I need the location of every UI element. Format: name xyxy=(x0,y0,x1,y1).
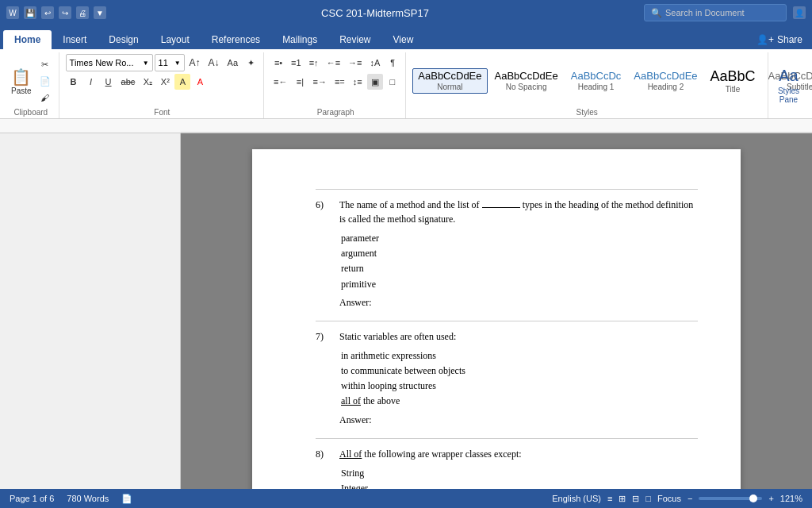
undo-icon[interactable]: ↩ xyxy=(41,6,54,19)
tab-layout[interactable]: Layout xyxy=(150,30,201,49)
increase-font-button[interactable]: A↑ xyxy=(186,55,204,71)
view-mode-icon1[interactable]: ≡ xyxy=(607,494,612,503)
zoom-plus[interactable]: + xyxy=(768,494,773,503)
paragraph-content: ≡• ≡1 ≡↑ ←≡ →≡ ↕A ¶ ≡← ≡| ≡→ ≡= ↕≡ ▣ □ xyxy=(270,54,400,108)
clear-format-button[interactable]: ✦ xyxy=(243,55,259,71)
style-normal[interactable]: AaBbCcDdEe Normal xyxy=(412,68,487,94)
change-case-button[interactable]: Aa xyxy=(224,55,241,71)
question-7: 7) Static variables are often used: in a… xyxy=(316,329,698,427)
search-icon: 🔍 xyxy=(651,8,662,18)
show-hide-button[interactable]: ¶ xyxy=(385,55,400,71)
question-8: 8) All of the following are wrapper clas… xyxy=(316,447,698,490)
tab-view[interactable]: View xyxy=(382,30,425,49)
subscript-button[interactable]: X₂ xyxy=(140,74,155,90)
superscript-button[interactable]: X² xyxy=(157,74,173,90)
shading-button[interactable]: ▣ xyxy=(367,74,383,90)
style-no-spacing[interactable]: AaBbCcDdEe No Spacing xyxy=(489,68,564,94)
account-icon[interactable]: 👤 xyxy=(793,6,806,19)
font-name-value: Times New Ro... xyxy=(70,58,134,67)
share-button[interactable]: 👤+ Share xyxy=(747,30,812,49)
tab-design[interactable]: Design xyxy=(98,30,149,49)
font-color-button[interactable]: A xyxy=(192,74,208,90)
view-mode-icon2[interactable]: ⊞ xyxy=(619,494,626,504)
cut-button[interactable]: ✂ xyxy=(36,56,54,72)
focus-label[interactable]: Focus xyxy=(657,494,681,503)
bullets-button[interactable]: ≡• xyxy=(270,55,286,71)
clipboard-group: 📋 Paste ✂ 📄 🖌 Clipboard xyxy=(3,52,59,118)
bold-button[interactable]: B xyxy=(66,74,82,90)
search-box[interactable]: 🔍 Search in Document xyxy=(644,4,787,21)
highlight-button[interactable]: A xyxy=(174,74,190,90)
style-heading1[interactable]: AaBbCcDc Heading 1 xyxy=(565,68,627,94)
font-name-selector[interactable]: Times New Ro... ▼ xyxy=(66,54,153,71)
style-normal-label: Normal xyxy=(437,83,462,91)
decrease-font-button[interactable]: A↓ xyxy=(205,55,223,71)
align-left-button[interactable]: ≡← xyxy=(270,74,290,90)
copy-button[interactable]: 📄 xyxy=(36,73,54,89)
tab-home[interactable]: Home xyxy=(3,30,52,49)
share-icon: 👤+ xyxy=(756,34,774,45)
zoom-minus[interactable]: − xyxy=(688,494,692,503)
status-language: English (US) xyxy=(552,494,601,503)
multilevel-button[interactable]: ≡↑ xyxy=(306,55,322,71)
tab-references[interactable]: References xyxy=(201,30,271,49)
numbering-button[interactable]: ≡1 xyxy=(288,55,304,71)
view-mode-icon4[interactable]: □ xyxy=(645,494,651,503)
font-size-value: 11 xyxy=(159,58,168,67)
title-bar-right: 🔍 Search in Document 👤 xyxy=(644,4,806,21)
document-page[interactable]: 6) The name of a method and the list of … xyxy=(252,149,741,489)
decrease-indent-button[interactable]: ←≡ xyxy=(324,55,343,71)
sort-button[interactable]: ↕A xyxy=(366,55,383,71)
paragraph-label: Paragraph xyxy=(270,108,400,118)
app-body: 6) The name of a method and the list of … xyxy=(0,133,812,489)
tab-mailings[interactable]: Mailings xyxy=(271,30,328,49)
style-heading2-preview: AaBbCcDdEe xyxy=(634,71,697,81)
format-painter-button[interactable]: 🖌 xyxy=(36,90,54,106)
zoom-slider[interactable] xyxy=(699,497,762,500)
paragraph-group: ≡• ≡1 ≡↑ ←≡ →≡ ↕A ¶ ≡← ≡| ≡→ ≡= ↕≡ ▣ □ P… xyxy=(266,52,406,118)
line-spacing-button[interactable]: ↕≡ xyxy=(350,74,366,90)
status-bar: Page 1 of 6 780 Words 📄 English (US) ≡ ⊞… xyxy=(0,489,812,508)
q8-underline: All of xyxy=(339,448,362,460)
border-button[interactable]: □ xyxy=(385,74,400,90)
styles-pane-label: StylesPane xyxy=(778,87,799,104)
q6-opt1: parameter xyxy=(339,231,698,246)
save-icon[interactable]: 💾 xyxy=(24,6,36,19)
print-icon[interactable]: 🖨 xyxy=(76,6,89,19)
styles-pane-button[interactable]: Aa StylesPane xyxy=(768,52,809,118)
font-label: Font xyxy=(66,108,259,118)
strikethrough-button[interactable]: abc xyxy=(118,74,139,90)
ruler-body xyxy=(181,119,812,133)
size-dropdown-arrow: ▼ xyxy=(174,60,181,67)
status-page: Page 1 of 6 xyxy=(10,494,54,503)
increase-indent-button[interactable]: →≡ xyxy=(345,55,365,71)
q7-answer: Answer: xyxy=(339,413,465,427)
view-mode-icon3[interactable]: ⊟ xyxy=(632,494,639,504)
word-icon: W xyxy=(6,6,19,19)
justify-button[interactable]: ≡= xyxy=(331,74,348,90)
style-no-spacing-label: No Spacing xyxy=(506,83,547,91)
font-size-selector[interactable]: 11 ▼ xyxy=(155,54,185,71)
styles-pane-icon: Aa xyxy=(779,67,798,85)
style-heading2[interactable]: AaBbCcDdEe Heading 2 xyxy=(628,68,703,94)
italic-button[interactable]: I xyxy=(83,74,99,90)
paste-button[interactable]: 📋 Paste xyxy=(8,60,35,102)
align-center-button[interactable]: ≡| xyxy=(293,74,308,90)
align-right-button[interactable]: ≡→ xyxy=(310,74,330,90)
left-panel xyxy=(0,133,181,489)
title-bar: W 💾 ↩ ↪ 🖨 ▼ CSC 201-MidtermSP17 🔍 Search… xyxy=(0,0,812,25)
underline-button[interactable]: U xyxy=(101,74,117,90)
status-language-icon: 📄 xyxy=(121,494,132,504)
more-icon[interactable]: ▼ xyxy=(94,6,106,19)
tab-insert[interactable]: Insert xyxy=(52,30,98,49)
style-title[interactable]: AaBbC Title xyxy=(705,67,761,96)
status-bar-right: English (US) ≡ ⊞ ⊟ □ Focus − + 121% xyxy=(552,494,802,504)
style-title-label: Title xyxy=(726,85,741,94)
document-area[interactable]: 6) The name of a method and the list of … xyxy=(181,133,812,489)
q-separator-7-8 xyxy=(316,438,698,439)
font-group: Times New Ro... ▼ 11 ▼ A↑ A↓ Aa ✦ B I U … xyxy=(61,52,265,118)
redo-icon[interactable]: ↪ xyxy=(59,6,71,19)
styles-group: AaBbCcDdEe Normal AaBbCcDdEe No Spacing … xyxy=(408,52,766,118)
tab-review[interactable]: Review xyxy=(328,30,381,49)
document-title: CSC 201-MidtermSP17 xyxy=(106,7,644,19)
